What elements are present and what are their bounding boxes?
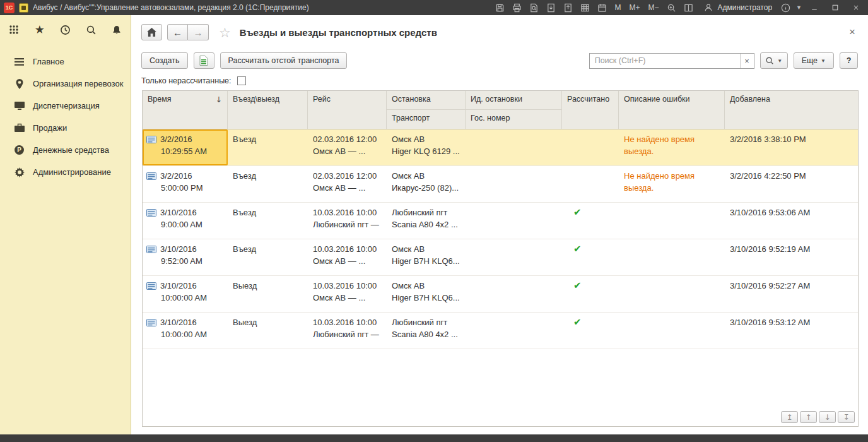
search-icon[interactable] [85,23,97,36]
chevron-down-icon[interactable]: ▼ [796,4,802,11]
cell-trip[interactable]: 02.03.2016 12:00Омск АВ — ... [308,129,387,165]
minimize-button[interactable] [806,1,823,14]
cell-calculated[interactable] [562,129,619,165]
zoom-icon[interactable] [666,1,678,14]
cell-trip[interactable]: 10.03.2016 10:00Любинский пгт — [308,203,387,239]
current-user[interactable]: Администратор [700,1,775,14]
header-time[interactable]: Время↓ [143,91,228,129]
cell-entry-exit[interactable]: Выезд [228,313,308,349]
split-panels-icon[interactable] [683,1,695,14]
cell-trip[interactable]: 02.03.2016 12:00Омск АВ — ... [308,166,387,202]
header-trip[interactable]: Рейс [308,91,387,129]
cell-calculated[interactable]: ✔ [562,276,619,312]
header-stop-id[interactable]: Ид. остановки [466,91,562,110]
close-button[interactable] [848,1,864,14]
calendar-icon[interactable] [595,1,608,14]
cell-stop-transport[interactable]: Любинский пгтScania A80 4x2 ... [387,203,466,239]
cell-calculated[interactable]: ✔ [562,313,619,349]
cell-time[interactable]: 3/10/2016 10:00:00 AM [143,313,228,349]
home-button[interactable] [141,24,162,40]
header-stop[interactable]: Остановка [387,91,466,110]
cell-stop-id-gov-number[interactable] [466,166,562,202]
search-settings-button[interactable]: ▼ [760,52,788,69]
cell-time[interactable]: 3/2/2016 5:00:00 PM [143,166,228,202]
cell-error[interactable] [619,203,725,239]
help-button[interactable]: ? [840,52,858,69]
favorite-star-icon[interactable]: ☆ [219,26,231,39]
save-icon[interactable] [493,1,506,14]
sidebar-item-administration[interactable]: Администрирование [0,161,131,183]
header-transport[interactable]: Транспорт [387,110,466,129]
cell-time[interactable]: 3/2/2016 10:29:55 AM [143,129,228,165]
memory-m-minus-button[interactable]: М− [646,3,660,12]
cell-entry-exit[interactable]: Выезд [228,276,308,312]
cell-added[interactable]: 3/2/2016 4:22:50 PM [725,166,858,202]
maximize-button[interactable] [827,1,843,14]
info-icon[interactable] [779,1,792,14]
cell-entry-exit[interactable]: Въезд [228,239,308,275]
cell-stop-transport[interactable]: Омск АВHiger B7H KLQ6... [387,276,466,312]
memory-m-button[interactable]: М [613,3,623,12]
cell-error[interactable] [619,276,725,312]
cell-stop-transport[interactable]: Любинский пгтScania A80 4x2 ... [387,313,466,349]
export-document-icon[interactable] [544,1,557,14]
cell-stop-id-gov-number[interactable] [466,276,562,312]
history-clock-icon[interactable] [59,23,72,36]
table-row[interactable]: 3/2/2016 10:29:55 AM Въезд 02.03.2016 12… [143,129,858,166]
cell-entry-exit[interactable]: Въезд [228,129,308,165]
header-gov-number[interactable]: Гос. номер [466,110,562,129]
go-last-button[interactable]: ↧ [838,411,855,423]
sidebar-item-sales[interactable]: Продажи [0,117,131,139]
table-row[interactable]: 3/10/2016 10:00:00 AM Выезд 10.03.2016 1… [143,276,858,313]
sidebar-item-main[interactable]: Главное [0,51,131,73]
apps-grid-icon[interactable] [8,23,20,36]
search-clear-button[interactable]: × [740,54,754,68]
cell-time[interactable]: 3/10/2016 9:00:00 AM [143,203,228,239]
create-group-button[interactable] [194,52,214,69]
cell-stop-transport[interactable]: Омск АВHiger KLQ 6129 ... [387,129,466,165]
cell-stop-id-gov-number[interactable] [466,203,562,239]
cell-trip[interactable]: 10.03.2016 10:00Омск АВ — ... [308,239,387,275]
create-button[interactable]: Создать [141,52,188,69]
cell-calculated[interactable] [562,166,619,202]
memory-m-plus-button[interactable]: М+ [627,3,642,12]
go-previous-button[interactable]: ↑ [800,411,817,423]
cell-stop-transport[interactable]: Омск АВHiger B7H KLQ6... [387,239,466,275]
go-next-button[interactable]: ↓ [819,411,836,423]
notifications-bell-icon[interactable] [110,23,123,36]
import-document-icon[interactable] [561,1,574,14]
calculate-parking-button[interactable]: Рассчитать отстой транспорта [220,52,348,69]
cell-added[interactable]: 3/10/2016 9:52:27 AM [725,276,858,312]
only-uncalculated-checkbox[interactable] [237,76,246,85]
cell-stop-transport[interactable]: Омск АВИкарус-250 (82)... [387,166,466,202]
cell-error[interactable] [619,239,725,275]
more-button[interactable]: Еще▼ [794,52,834,69]
header-calculated[interactable]: Рассчитано [562,91,619,129]
sidebar-item-money[interactable]: Р Денежные средства [0,139,131,161]
cell-entry-exit[interactable]: Въезд [228,203,308,239]
cell-trip[interactable]: 10.03.2016 10:00Омск АВ — ... [308,276,387,312]
sidebar-item-dispatching[interactable]: Диспетчеризация [0,95,131,117]
cell-added[interactable]: 3/10/2016 9:52:19 AM [725,239,858,275]
forward-button[interactable]: → [188,24,209,40]
header-error[interactable]: Описание ошибки [619,91,725,129]
cell-added[interactable]: 3/10/2016 9:53:12 AM [725,313,858,349]
cell-time[interactable]: 3/10/2016 10:00:00 AM [143,276,228,312]
table-row[interactable]: 3/10/2016 10:00:00 AM Выезд 10.03.2016 1… [143,313,858,349]
table-row[interactable]: 3/10/2016 9:00:00 AM Въезд 10.03.2016 10… [143,203,858,239]
header-added[interactable]: Добавлена [725,91,858,129]
cell-stop-id-gov-number[interactable] [466,129,562,165]
favorites-star-icon[interactable]: ★ [33,23,46,36]
table-icon[interactable] [578,1,591,14]
cell-error[interactable] [619,313,725,349]
print-preview-icon[interactable] [527,1,540,14]
search-input[interactable] [590,54,740,68]
cell-added[interactable]: 3/2/2016 3:38:10 PM [725,129,858,165]
cell-added[interactable]: 3/10/2016 9:53:06 AM [725,203,858,239]
cell-time[interactable]: 3/10/2016 9:52:00 AM [143,239,228,275]
back-button[interactable]: ← [167,24,188,40]
header-entry-exit[interactable]: Въезд\выезд [228,91,308,129]
print-icon[interactable] [510,1,523,14]
close-form-button[interactable]: × [847,26,858,39]
cell-entry-exit[interactable]: Въезд [228,166,308,202]
